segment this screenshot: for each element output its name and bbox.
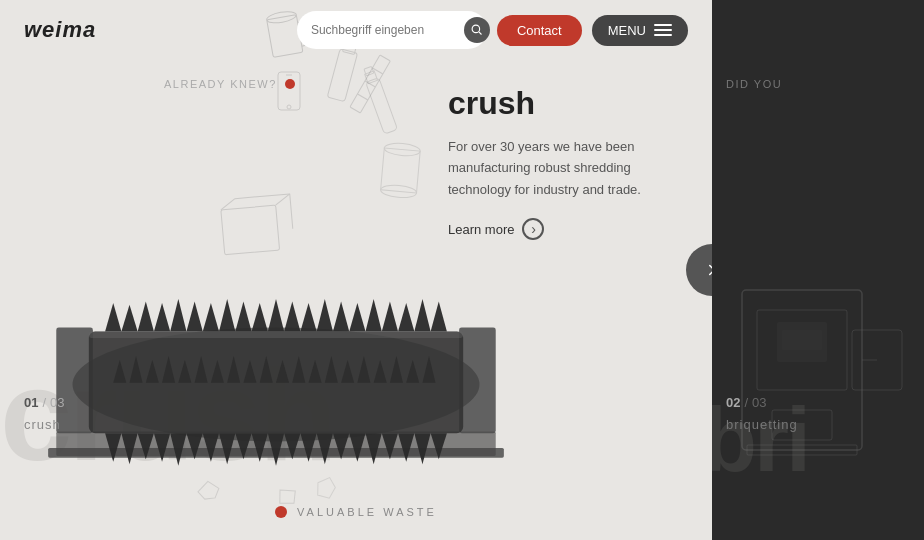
svg-point-17 [380,184,417,199]
svg-marker-50 [414,299,430,332]
counter-total: 03 [50,395,64,410]
svg-marker-48 [382,301,398,331]
content-block: crush For over 30 years we have been man… [448,85,688,240]
menu-label: MENU [608,23,646,38]
svg-marker-36 [186,301,202,331]
svg-marker-45 [333,301,349,331]
hamburger-icon [654,24,672,36]
page-wrapper: weima Contact MENU [0,0,924,540]
svg-line-10 [235,194,290,199]
counter-current: 01 [24,395,38,410]
machine-svg [40,220,512,500]
contact-button[interactable]: Contact [497,15,582,46]
header-right: Contact MENU [297,11,688,49]
svg-line-23 [365,81,375,87]
right-machine-svg [722,250,922,510]
logo-text: weima [24,17,96,43]
svg-point-15 [384,142,421,157]
svg-marker-43 [300,303,316,331]
arrow-right-icon [703,261,712,279]
content-description: For over 30 years we have been manufactu… [448,136,688,200]
svg-marker-31 [105,303,121,331]
svg-line-22 [373,68,383,74]
svg-rect-21 [350,55,390,113]
svg-rect-96 [772,410,832,440]
svg-marker-37 [203,303,219,331]
svg-marker-33 [138,301,154,331]
svg-line-24 [358,94,368,100]
machine-area [40,200,512,500]
svg-marker-47 [366,299,382,332]
learn-more-circle-icon [522,218,544,240]
search-bar[interactable] [297,11,487,49]
svg-rect-101 [782,330,822,350]
svg-rect-94 [742,290,862,450]
svg-marker-41 [268,299,284,332]
svg-rect-14 [364,66,374,75]
did-you-text: DID YOU [726,78,782,90]
logo: weima [24,17,96,43]
svg-marker-35 [170,299,186,332]
content-title: crush [448,85,688,122]
learn-more-text: Learn more [448,222,514,237]
right-panel-content: DID YOU 02 / 03 bri briquetting [712,0,924,540]
svg-marker-42 [284,301,300,331]
svg-marker-39 [235,301,251,331]
next-arrow-button[interactable] [686,244,712,296]
slide-label: crush [24,417,61,432]
search-icon [471,24,483,36]
svg-marker-46 [349,303,365,331]
search-input[interactable] [311,23,456,37]
svg-marker-44 [317,299,333,332]
main-section: weima Contact MENU [0,0,712,540]
valuable-waste-label: VALUABLE WASTE [0,506,712,518]
right-section: DID YOU 02 / 03 bri briquetting [712,0,924,540]
svg-rect-12 [366,78,398,134]
valuable-waste-dot [275,506,287,518]
svg-rect-13 [365,71,378,84]
svg-rect-93 [89,332,463,339]
svg-point-20 [287,105,291,109]
svg-rect-16 [381,148,421,193]
search-button[interactable] [464,17,490,43]
svg-marker-49 [398,303,414,331]
menu-button[interactable]: MENU [592,15,688,46]
svg-marker-34 [154,303,170,331]
already-knew-text: ALREADY KNEW? [164,78,277,90]
svg-marker-51 [431,301,447,331]
svg-line-1 [479,32,482,35]
svg-marker-32 [121,305,137,332]
svg-marker-38 [219,299,235,332]
already-knew-label: ALREADY KNEW? [164,78,295,90]
svg-point-0 [472,25,480,33]
red-dot-indicator [285,79,295,89]
svg-marker-40 [252,303,268,331]
header: weima Contact MENU [0,0,712,60]
counter-separator: / [42,395,46,410]
valuable-waste-text: VALUABLE WASTE [297,506,437,518]
right-machine-area [722,250,924,510]
learn-more-link[interactable]: Learn more [448,218,688,240]
slide-counter: 01 / 03 [24,395,65,410]
